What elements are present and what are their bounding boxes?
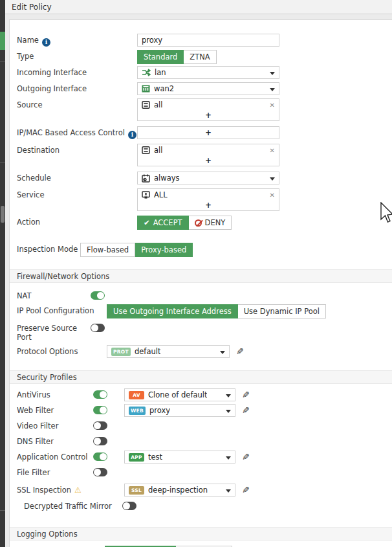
application-control-select[interactable]: APP test	[124, 451, 235, 463]
source-add-button[interactable]: +	[138, 111, 279, 120]
inspection-mode-row: Inspection Mode Flow-based Proxy-based	[10, 243, 392, 257]
page-title: Edit Policy	[5, 0, 392, 14]
edit-pencil-icon[interactable]: ✎	[242, 390, 250, 400]
chevron-down-icon	[226, 394, 231, 397]
ip-pool-row: IP Pool Configuration Use Outgoing Inter…	[10, 304, 392, 318]
web-filter-badge: WEB	[129, 407, 146, 415]
service-entry-name: ALL	[154, 190, 266, 199]
nat-toggle[interactable]	[91, 291, 105, 300]
service-box: ALL ✕ +	[137, 188, 279, 211]
chevron-down-icon	[226, 456, 231, 460]
collapsed-sidebar[interactable]	[0, 0, 5, 547]
sidebar-active-item[interactable]	[0, 32, 5, 50]
preserve-source-port-toggle[interactable]	[91, 324, 105, 332]
ip-pool-outgoing-button[interactable]: Use Outgoing Interface Address	[107, 304, 238, 318]
dns-filter-row: DNS Filter	[10, 435, 392, 446]
sidebar-scrollbar[interactable]	[1, 206, 5, 223]
web-filter-label: Web Filter	[17, 404, 93, 415]
type-ztna-button[interactable]: ZTNA	[184, 50, 216, 64]
type-standard-button[interactable]: Standard	[137, 50, 184, 64]
check-icon: ✔	[144, 218, 150, 227]
schedule-select[interactable]: always	[137, 172, 279, 184]
action-deny-button[interactable]: DENY	[189, 216, 232, 230]
schedule-calendar-icon	[142, 174, 150, 183]
antivirus-badge: AV	[129, 391, 144, 399]
edit-pencil-icon[interactable]: ✎	[236, 346, 244, 357]
outgoing-interface-select[interactable]: wan2	[137, 82, 279, 95]
dns-filter-toggle[interactable]	[93, 437, 107, 445]
destination-box: all ✕ +	[137, 144, 279, 166]
inspection-proxy-button[interactable]: Proxy-based	[135, 243, 193, 257]
decrypted-traffic-mirror-toggle[interactable]	[122, 502, 136, 510]
ssl-inspection-select[interactable]: SSL deep-inspection	[124, 484, 235, 497]
preserve-source-port-row: Preserve Source Port	[10, 322, 392, 342]
chevron-down-icon	[220, 351, 225, 354]
nat-label: NAT	[17, 289, 91, 300]
remove-icon[interactable]: ✕	[270, 147, 275, 154]
action-accept-button[interactable]: ✔ ACCEPT	[137, 216, 189, 230]
edit-pencil-icon[interactable]: ✎	[242, 485, 250, 495]
application-control-value: test	[148, 452, 162, 462]
switch-interface-icon	[142, 69, 151, 76]
schedule-value: always	[154, 173, 180, 183]
firewall-network-section-header: Firewall/Network Options	[10, 269, 392, 283]
service-row: Service ALL ✕ +	[10, 188, 392, 211]
destination-add-button[interactable]: +	[138, 156, 279, 166]
source-label: Source	[17, 98, 137, 109]
ssl-inspection-badge: SSL	[129, 486, 144, 495]
service-entry[interactable]: ALL ✕	[138, 189, 279, 201]
application-control-toggle[interactable]	[93, 452, 107, 461]
ipmac-row: IP/MAC Based Access Controli +	[10, 126, 392, 139]
service-add-button[interactable]: +	[138, 201, 279, 210]
web-filter-select[interactable]: WEB proxy	[124, 404, 235, 417]
ipmac-add-button[interactable]: +	[138, 127, 279, 139]
file-filter-toggle[interactable]	[93, 468, 107, 476]
web-filter-toggle[interactable]	[93, 406, 107, 414]
sidebar-divider	[0, 510, 5, 511]
ssl-inspection-value: deep-inspection	[148, 486, 208, 495]
ssl-inspection-row: SSL Inspection⚠ SSL deep-inspection ✎	[10, 484, 392, 497]
mouse-cursor	[380, 202, 392, 226]
edit-pencil-icon[interactable]: ✎	[242, 452, 250, 462]
schedule-label: Schedule	[17, 172, 137, 183]
type-label: Type	[17, 50, 137, 61]
file-filter-row: File Filter	[10, 466, 392, 477]
ipmac-box: +	[137, 126, 279, 139]
application-control-label: Application Control	[17, 451, 93, 462]
ipmac-label: IP/MAC Based Access Controli	[17, 126, 137, 139]
name-label: Namei	[17, 34, 137, 47]
inspection-mode-label: Inspection Mode	[17, 243, 80, 254]
info-icon[interactable]: i	[128, 131, 136, 139]
remove-icon[interactable]: ✕	[270, 102, 275, 109]
application-control-row: Application Control APP test ✎	[10, 451, 392, 463]
protocol-badge: PROT	[111, 348, 131, 356]
chevron-down-icon	[270, 72, 275, 75]
dns-filter-label: DNS Filter	[17, 435, 93, 446]
source-entry[interactable]: all ✕	[138, 99, 279, 111]
ip-pool-dynamic-button[interactable]: Use Dynamic IP Pool	[238, 304, 326, 318]
destination-entry[interactable]: all ✕	[138, 144, 279, 156]
video-filter-toggle[interactable]	[93, 421, 107, 430]
name-input[interactable]	[137, 34, 279, 47]
chevron-down-icon	[270, 177, 275, 181]
info-icon[interactable]: i	[42, 38, 50, 47]
antivirus-select[interactable]: AV Clone of default	[124, 388, 235, 401]
chevron-down-icon	[226, 489, 231, 493]
outgoing-interface-row: Outgoing Interface wan2	[10, 82, 392, 95]
incoming-interface-select[interactable]: lan	[137, 66, 279, 79]
remove-icon[interactable]: ✕	[270, 192, 275, 199]
ip-pool-label: IP Pool Configuration	[17, 304, 107, 315]
wan-port-icon	[142, 85, 150, 93]
outgoing-interface-value: wan2	[154, 84, 174, 93]
protocol-options-select[interactable]: PROT default	[107, 345, 230, 358]
destination-row: Destination all ✕ +	[10, 144, 392, 166]
incoming-interface-value: lan	[155, 68, 166, 77]
incoming-interface-label: Incoming Interface	[17, 66, 137, 77]
edit-pencil-icon[interactable]: ✎	[242, 405, 250, 416]
action-row: Action ✔ ACCEPT DENY	[10, 216, 392, 230]
antivirus-toggle[interactable]	[93, 390, 107, 399]
action-segmented: ✔ ACCEPT DENY	[137, 216, 232, 230]
inspection-flow-button[interactable]: Flow-based	[80, 243, 135, 257]
video-filter-label: Video Filter	[17, 419, 93, 430]
type-segmented: Standard ZTNA	[137, 50, 217, 64]
